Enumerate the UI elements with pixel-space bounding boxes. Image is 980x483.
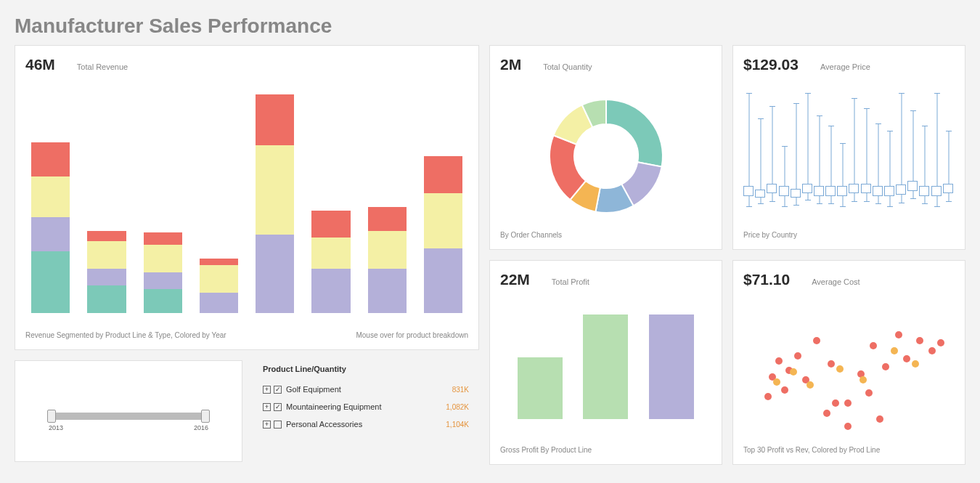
bar-segment[interactable] xyxy=(256,145,294,234)
scatter-point[interactable] xyxy=(844,423,852,430)
donut-slice[interactable] xyxy=(606,100,663,167)
scatter-point[interactable] xyxy=(823,410,830,417)
boxplot-chart[interactable] xyxy=(743,81,955,219)
tree-row[interactable]: +Personal Accessories1,104K xyxy=(263,415,469,433)
bar-segment[interactable] xyxy=(31,142,70,176)
boxplot-item[interactable] xyxy=(745,81,754,219)
scatter-point[interactable] xyxy=(865,389,873,397)
scatter-point[interactable] xyxy=(937,339,944,346)
bar-segment[interactable] xyxy=(144,289,182,313)
bar-segment[interactable] xyxy=(87,241,126,269)
donut-chart[interactable] xyxy=(541,91,671,222)
bar-segment[interactable] xyxy=(31,251,70,313)
bar-segment[interactable] xyxy=(368,269,407,313)
scatter-point[interactable] xyxy=(916,337,923,344)
bar-segment[interactable] xyxy=(144,272,182,290)
boxplot-item[interactable] xyxy=(804,81,812,219)
scatter-point[interactable] xyxy=(891,347,898,354)
expand-icon[interactable]: + xyxy=(263,421,271,429)
boxplot-item[interactable] xyxy=(827,81,836,219)
scatter-point[interactable] xyxy=(844,399,852,407)
expand-icon[interactable]: + xyxy=(263,386,271,394)
bar-segment[interactable] xyxy=(144,245,182,272)
bar-segment[interactable] xyxy=(311,269,350,313)
scatter-point[interactable] xyxy=(928,347,936,354)
boxplot-item[interactable] xyxy=(909,81,918,219)
scatter-point[interactable] xyxy=(836,365,844,373)
bar[interactable] xyxy=(256,94,294,313)
boxplot-item[interactable] xyxy=(920,81,929,219)
bar[interactable] xyxy=(368,207,407,313)
slider-thumb-end[interactable] xyxy=(201,410,210,423)
scatter-point[interactable] xyxy=(828,360,835,368)
checkbox[interactable]: ✓ xyxy=(274,386,282,394)
boxplot-item[interactable] xyxy=(850,81,859,219)
bar-segment[interactable] xyxy=(200,293,238,313)
scatter-point[interactable] xyxy=(895,331,902,338)
boxplot-item[interactable] xyxy=(933,81,942,219)
boxplot-item[interactable] xyxy=(780,81,789,219)
boxplot-item[interactable] xyxy=(756,81,765,219)
scatter-point[interactable] xyxy=(773,378,780,386)
scatter-chart[interactable] xyxy=(743,296,955,446)
bar-segment[interactable] xyxy=(368,231,407,269)
bar-segment[interactable] xyxy=(200,259,238,265)
revenue-bar-chart[interactable] xyxy=(25,81,468,313)
tree-row[interactable]: +✓Mountaineering Equipment1,082K xyxy=(263,398,469,415)
bar[interactable] xyxy=(424,156,462,313)
scatter-point[interactable] xyxy=(807,381,814,389)
bar[interactable] xyxy=(200,259,238,313)
bar-segment[interactable] xyxy=(311,211,350,238)
bar[interactable] xyxy=(31,142,70,313)
bar-segment[interactable] xyxy=(87,285,126,313)
bar-segment[interactable] xyxy=(144,232,182,245)
bar-segment[interactable] xyxy=(31,217,70,251)
bar[interactable] xyxy=(311,211,350,313)
scatter-point[interactable] xyxy=(794,352,801,360)
boxplot-item[interactable] xyxy=(886,81,894,219)
scatter-point[interactable] xyxy=(859,376,867,383)
bar-segment[interactable] xyxy=(200,265,238,293)
boxplot-item[interactable] xyxy=(768,81,777,219)
checkbox[interactable] xyxy=(274,421,282,429)
boxplot-item[interactable] xyxy=(944,81,953,219)
profit-bar-chart[interactable] xyxy=(500,296,711,419)
bar-segment[interactable] xyxy=(311,238,350,268)
bar[interactable] xyxy=(87,231,126,313)
profit-bar[interactable] xyxy=(583,314,628,420)
boxplot-item[interactable] xyxy=(792,81,801,219)
scatter-point[interactable] xyxy=(790,368,797,376)
bar-segment[interactable] xyxy=(31,176,70,217)
scatter-point[interactable] xyxy=(781,386,788,394)
expand-icon[interactable]: + xyxy=(263,403,271,411)
scatter-point[interactable] xyxy=(764,393,772,400)
bar-segment[interactable] xyxy=(424,193,462,248)
tree-row[interactable]: +✓Golf Equipment831K xyxy=(263,381,469,398)
bar-segment[interactable] xyxy=(424,156,462,194)
bar-segment[interactable] xyxy=(87,269,126,286)
bar-segment[interactable] xyxy=(256,235,294,313)
bar[interactable] xyxy=(144,232,182,313)
bar-segment[interactable] xyxy=(368,207,407,231)
boxplot-item[interactable] xyxy=(897,81,906,219)
scatter-point[interactable] xyxy=(882,363,889,370)
checkbox[interactable]: ✓ xyxy=(274,403,282,411)
bar-segment[interactable] xyxy=(256,94,294,146)
scatter-point[interactable] xyxy=(870,342,877,349)
scatter-point[interactable] xyxy=(903,355,910,362)
profit-bar[interactable] xyxy=(649,314,694,420)
scatter-point[interactable] xyxy=(775,357,783,365)
boxplot-item[interactable] xyxy=(815,81,824,219)
scatter-point[interactable] xyxy=(813,337,820,344)
bar-segment[interactable] xyxy=(87,231,126,241)
boxplot-item[interactable] xyxy=(838,81,847,219)
slider-thumb-start[interactable] xyxy=(47,410,56,423)
bar-segment[interactable] xyxy=(424,248,462,313)
boxplot-item[interactable] xyxy=(874,81,883,219)
scatter-point[interactable] xyxy=(912,360,919,368)
scatter-point[interactable] xyxy=(876,415,883,423)
profit-bar[interactable] xyxy=(518,357,563,419)
scatter-point[interactable] xyxy=(832,399,839,407)
year-slider[interactable] xyxy=(49,413,208,420)
boxplot-item[interactable] xyxy=(862,81,871,219)
